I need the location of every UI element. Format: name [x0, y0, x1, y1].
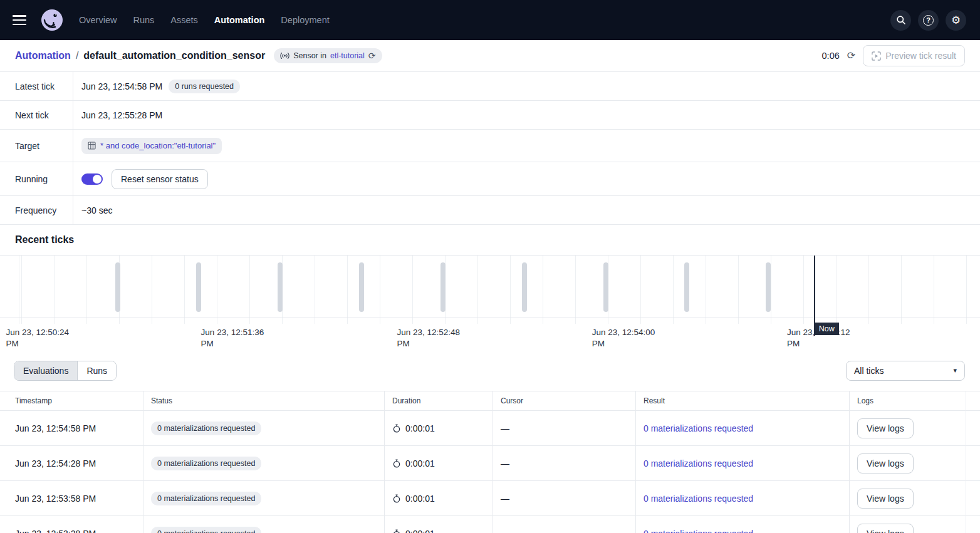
view-segmented-control: Evaluations Runs [14, 361, 117, 381]
eval-result: 0 materializations requested [635, 446, 849, 480]
runs-requested-badge: 0 runs requested [169, 80, 240, 93]
detail-row-running: Running Reset sensor status [0, 162, 980, 196]
tick-bar[interactable] [684, 262, 689, 312]
eval-timestamp: Jun 23, 12:53:58 PM [0, 481, 143, 515]
eval-timestamp: Jun 23, 12:54:28 PM [0, 446, 143, 480]
table-body: Jun 23, 12:54:58 PM0 materializations re… [0, 411, 980, 533]
tick-bar[interactable] [196, 262, 201, 312]
nav-links: OverviewRunsAssetsAutomationDeployment [79, 15, 330, 25]
sensor-badge-label: Sensor in [293, 51, 326, 60]
eval-logs: View logs [849, 481, 980, 515]
sensor-badge: Sensor in etl-tutorial ⟳ [274, 48, 382, 63]
view-logs-button[interactable]: View logs [857, 524, 914, 533]
eval-cursor: — [493, 516, 635, 533]
eval-cursor: — [493, 481, 635, 515]
running-label: Running [0, 162, 73, 195]
reload-location-icon[interactable]: ⟳ [368, 51, 376, 60]
next-tick-value: Jun 23, 12:55:28 PM [81, 110, 162, 120]
table-toolbar: Evaluations Runs All ticks ▾ [0, 350, 980, 391]
nav-actions: ? ⚙ [890, 10, 966, 31]
evaluations-table: TimestampStatusDurationCursorResultLogs … [0, 391, 980, 533]
recent-ticks-heading: Recent ticks [15, 234, 74, 246]
stopwatch-icon [392, 424, 401, 433]
result-link[interactable]: 0 materializations requested [644, 494, 753, 504]
column-header-status: Status [143, 391, 384, 411]
tick-filter-dropdown[interactable]: All ticks ▾ [846, 361, 965, 381]
detail-row-frequency: Frequency ~30 sec [0, 196, 980, 225]
eval-logs: View logs [849, 446, 980, 480]
table-header-row: TimestampStatusDurationCursorResultLogs [0, 391, 980, 411]
column-header-result: Result [635, 391, 849, 411]
timeline-axis-label: Jun 23, 12:54:00PM [592, 327, 655, 349]
ticks-timeline: Jun 23, 12:50:24PMJun 23, 12:51:36PMJun … [0, 256, 980, 350]
result-link[interactable]: 0 materializations requested [644, 423, 753, 433]
eval-duration: 0:00:01 [384, 411, 493, 445]
nav-item-automation[interactable]: Automation [214, 15, 265, 25]
column-header-timestamp: Timestamp [0, 391, 143, 411]
menu-icon[interactable] [13, 15, 26, 25]
code-location-link[interactable]: etl-tutorial [330, 51, 365, 60]
tab-evaluations[interactable]: Evaluations [14, 361, 78, 380]
asset-selection-chip[interactable]: * and code_location:"etl-tutorial" [81, 138, 222, 154]
latest-tick-value: Jun 23, 12:54:58 PM [81, 81, 162, 91]
eval-result: 0 materializations requested [635, 516, 849, 533]
sensor-signal-icon [280, 52, 289, 60]
dagster-logo-icon[interactable] [40, 8, 64, 32]
tick-bar[interactable] [278, 262, 283, 312]
frequency-value: ~30 sec [81, 205, 112, 215]
result-link[interactable]: 0 materializations requested [644, 458, 753, 468]
eval-timestamp: Jun 23, 12:54:58 PM [0, 411, 143, 445]
running-toggle[interactable] [81, 173, 103, 185]
tick-bar[interactable] [766, 262, 771, 312]
refresh-icon[interactable]: ⟳ [847, 51, 855, 61]
tick-bar[interactable] [603, 262, 608, 312]
tick-bar[interactable] [359, 262, 364, 312]
eval-logs: View logs [849, 411, 980, 445]
preview-tick-result-button[interactable]: Preview tick result [863, 45, 965, 66]
column-header-duration: Duration [384, 391, 493, 411]
preview-icon [872, 51, 881, 61]
view-logs-button[interactable]: View logs [857, 418, 914, 438]
view-logs-button[interactable]: View logs [857, 453, 914, 473]
chevron-down-icon: ▾ [953, 366, 957, 375]
help-icon[interactable]: ? [918, 10, 939, 31]
tick-bar[interactable] [115, 262, 120, 312]
reset-sensor-status-button[interactable]: Reset sensor status [112, 169, 208, 189]
search-icon[interactable] [890, 10, 911, 31]
status-badge: 0 materializations requested [151, 527, 261, 533]
status-badge: 0 materializations requested [151, 422, 261, 435]
page-title: default_automation_condition_sensor [83, 50, 265, 61]
timeline-chart [0, 256, 980, 318]
view-logs-button[interactable]: View logs [857, 489, 914, 509]
detail-row-latest-tick: Latest tick Jun 23, 12:54:58 PM 0 runs r… [0, 72, 980, 101]
nav-item-deployment[interactable]: Deployment [281, 15, 329, 25]
result-link[interactable]: 0 materializations requested [644, 529, 753, 533]
tick-countdown: 0:06 [822, 51, 840, 61]
column-header-cursor: Cursor [493, 391, 635, 411]
eval-cursor: — [493, 446, 635, 480]
eval-status: 0 materializations requested [143, 446, 384, 480]
column-header-logs: Logs [849, 391, 980, 411]
nav-item-runs[interactable]: Runs [133, 15, 154, 25]
tick-bar[interactable] [522, 262, 527, 312]
eval-duration: 0:00:01 [384, 446, 493, 480]
asset-table-icon [88, 142, 96, 150]
eval-status: 0 materializations requested [143, 481, 384, 515]
eval-result: 0 materializations requested [635, 481, 849, 515]
tab-runs[interactable]: Runs [78, 361, 116, 380]
page-header: Automation / default_automation_conditio… [0, 40, 980, 72]
status-badge: 0 materializations requested [151, 492, 261, 505]
tick-filter-value: All ticks [854, 366, 884, 376]
nav-item-assets[interactable]: Assets [170, 15, 198, 25]
recent-ticks-section: Recent ticks Jun 23, 12:50:24PMJun 23, 1… [0, 225, 980, 350]
breadcrumb-automation-link[interactable]: Automation [15, 50, 71, 61]
tick-bar[interactable] [440, 262, 446, 312]
timeline-axis-label: Jun 23, 12:50:24PM [6, 327, 69, 349]
settings-gear-icon[interactable]: ⚙ [946, 10, 966, 31]
nav-item-overview[interactable]: Overview [79, 15, 117, 25]
timeline-axis-label: Jun 23, 12:52:48PM [397, 327, 460, 349]
eval-result: 0 materializations requested [635, 411, 849, 445]
target-selection-text: * and code_location:"etl-tutorial" [100, 141, 216, 150]
eval-timestamp: Jun 23, 12:53:28 PM [0, 516, 143, 533]
status-badge: 0 materializations requested [151, 457, 261, 470]
